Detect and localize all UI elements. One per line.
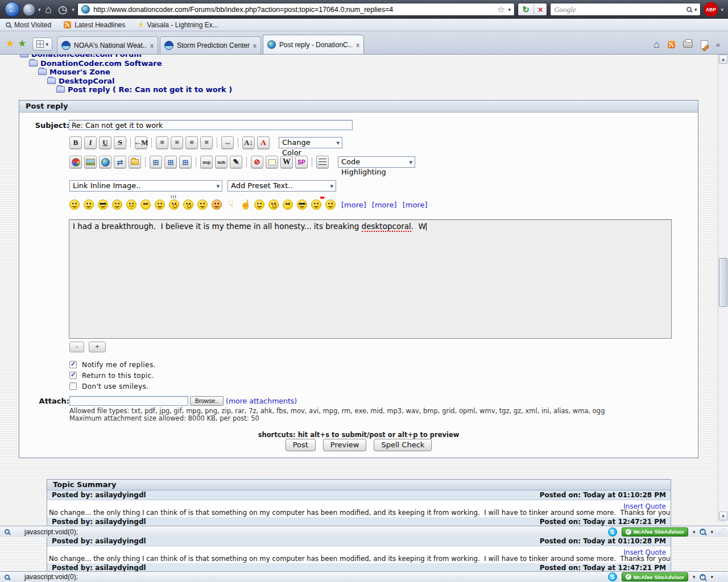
smiley-grin[interactable] <box>69 199 80 210</box>
smiley-mad[interactable] <box>283 199 293 210</box>
tab-post-reply-donationc[interactable]: Post reply - DonationC...x <box>263 35 364 54</box>
marquee-button[interactable]: ←M <box>135 136 147 149</box>
italic-button[interactable]: I <box>84 136 97 149</box>
center-button[interactable]: ≡ <box>171 136 183 149</box>
smiley-thumbs-up[interactable]: ☝ <box>240 199 250 210</box>
align-right-button[interactable]: ≡ <box>185 136 198 149</box>
print-icon[interactable] <box>683 41 693 48</box>
no-bbc-button[interactable]: ⊘ <box>251 156 263 168</box>
smiley-glasses[interactable] <box>297 199 307 210</box>
skype-icon[interactable]: S <box>608 527 617 537</box>
scroll-up-arrow-icon[interactable]: ▲ <box>719 55 727 64</box>
tab-close-icon[interactable]: x <box>253 42 257 49</box>
list-button[interactable] <box>316 156 329 168</box>
reload-button[interactable]: ↻ <box>518 5 534 15</box>
flash-button[interactable] <box>69 156 82 168</box>
tab-close-icon[interactable]: x <box>356 41 359 48</box>
horizontal-rule-button[interactable]: ↔ <box>221 136 234 149</box>
resize-grip[interactable] <box>718 573 725 580</box>
code-highlighting-select[interactable]: Code Highlighting <box>338 156 415 168</box>
font-color-button[interactable]: A <box>257 136 270 149</box>
urlbar-dropdown-icon[interactable]: ▾ <box>508 7 511 13</box>
search-input[interactable]: Google <box>554 5 683 14</box>
bookmark-item-most-visited[interactable]: Most Visited <box>6 21 51 29</box>
stop-button[interactable]: × <box>534 5 547 14</box>
checkbox-return-to-this-topic[interactable] <box>69 372 77 379</box>
bookmark-item-latest-headlines[interactable]: Latest Headlines <box>64 21 125 29</box>
smiley-thumbs-down[interactable]: ☟ <box>226 199 236 210</box>
tree-link-donationcoder-com-software[interactable]: DonationCoder.com Software <box>29 59 162 68</box>
zoom-dropdown-icon[interactable]: ▾ <box>710 529 713 535</box>
smiley-embarrassed[interactable] <box>212 199 222 210</box>
link-inline-image-select[interactable]: Link Inline Image.. <box>69 180 222 192</box>
adblock-dropdown-icon[interactable]: ▾ <box>721 7 723 13</box>
attach-file-input[interactable] <box>69 396 188 406</box>
back-button[interactable]: ← <box>5 2 20 17</box>
home-button[interactable]: ⌂ <box>44 4 53 15</box>
insert-table-button[interactable]: ⊞ <box>150 156 162 168</box>
smiley-cheesy[interactable] <box>155 199 165 210</box>
subject-input[interactable]: Re: Can not get it to work <box>69 120 353 130</box>
adblock-plus-icon[interactable]: ABP <box>704 2 718 16</box>
bookmark-item-vaisala-lightning-ex[interactable]: Vaisala - Lightning Ex... <box>138 20 218 29</box>
font-size-button[interactable]: A↕ <box>242 136 255 149</box>
more-attachments-link[interactable]: (more attachments) <box>226 397 297 405</box>
wikipedia-button[interactable]: W <box>280 156 293 168</box>
checkbox-notify-me-of-replies[interactable] <box>69 361 77 368</box>
more-smileys-link-3[interactable]: [more] <box>403 201 428 209</box>
insert-ftp-button[interactable] <box>129 156 141 168</box>
more-smileys-link-1[interactable]: [more] <box>341 201 366 209</box>
vertical-scrollbar[interactable]: ▲ ▼ <box>718 55 727 522</box>
tree-link-mouser-s-zone[interactable]: Mouser's Zone <box>38 68 110 76</box>
hyperlink-button[interactable] <box>99 156 111 168</box>
scrollbar-thumb[interactable] <box>719 258 727 307</box>
smiley-whistle[interactable] <box>197 199 208 210</box>
underline-button[interactable]: U <box>99 136 111 149</box>
tab-storm-prediction-center[interactable]: Storm Prediction Centerx <box>160 36 261 54</box>
bold-button[interactable]: B <box>69 136 82 149</box>
toolbar-overflow-chevron[interactable]: » <box>716 40 720 49</box>
smiley-angry[interactable] <box>140 199 151 210</box>
preview-button[interactable]: Preview <box>323 439 367 451</box>
strikethrough-button[interactable]: S <box>114 136 126 149</box>
insert-image-button[interactable] <box>84 156 97 168</box>
resize-grip[interactable] <box>718 529 725 535</box>
skype-icon[interactable]: S <box>608 572 617 581</box>
tree-link-donationcoder-com-forum[interactable]: DonationCoder.com Forum <box>20 55 142 59</box>
more-smileys-link-2[interactable]: [more] <box>372 201 397 209</box>
nav-history-dropdown-icon[interactable]: ▾ <box>38 7 41 13</box>
tree-link-post-reply-re-can-not-get-it-to-work[interactable]: Post reply ( Re: Can not get it to work … <box>56 85 232 94</box>
page-zoom-icon[interactable] <box>700 529 706 535</box>
history-button[interactable]: ◷ <box>56 4 69 15</box>
smiley-cheers[interactable] <box>254 199 264 210</box>
change-color-select[interactable]: Change Color <box>279 137 342 148</box>
tab-close-icon[interactable]: x <box>150 42 154 49</box>
grow-editor-button[interactable]: + <box>89 342 106 352</box>
subscript-button[interactable]: sub <box>215 156 228 168</box>
siteadvisor-dropdown-icon[interactable]: ▾ <box>693 574 696 580</box>
teletype-button[interactable]: ✎ <box>230 156 242 168</box>
compose-icon[interactable] <box>701 40 708 49</box>
shrink-editor-button[interactable]: - <box>69 342 84 352</box>
url-input[interactable]: http://www.donationcoder.com/Forums/bb/i… <box>93 6 494 14</box>
add-bookmark-star-icon[interactable]: ★ <box>18 38 26 49</box>
smiley-wink[interactable] <box>112 199 122 210</box>
history-dropdown-icon[interactable]: ▾ <box>72 7 75 13</box>
add-preset-text-select[interactable]: Add Preset Text.. <box>228 180 336 192</box>
smiley-shocked[interactable]: !!! <box>169 199 179 210</box>
smiley-kiss[interactable]: ♥♥ <box>311 199 321 210</box>
search-icon[interactable] <box>686 7 692 12</box>
superscript-button[interactable]: sup <box>200 156 213 168</box>
insert-email-button[interactable]: ⇄ <box>114 156 126 168</box>
tree-link-desktopcoral[interactable]: DesktopCoral <box>47 77 115 85</box>
insert-quote-button[interactable] <box>266 156 278 168</box>
smiley-smile[interactable] <box>84 199 94 210</box>
search-engine-dropdown-icon[interactable]: ▾ <box>694 7 697 13</box>
page-zoom-icon[interactable] <box>700 574 706 580</box>
bookmark-star-icon[interactable]: ☆ <box>497 5 504 15</box>
checkbox-don-t-use-smileys[interactable] <box>69 383 77 390</box>
table-row-button[interactable]: ⊞ <box>164 156 177 168</box>
zoom-dropdown-icon[interactable]: ▾ <box>710 574 713 580</box>
tab-noaa-s-national-weat[interactable]: NOAA's National Weat...x <box>57 36 158 54</box>
forward-button[interactable]: → <box>23 3 35 16</box>
